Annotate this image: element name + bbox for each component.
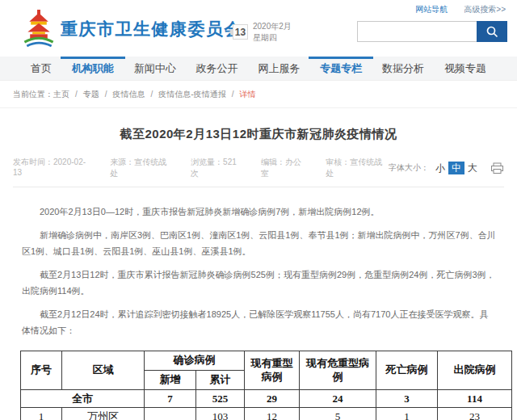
search-icon	[485, 25, 499, 39]
table-body: 全市7525292431141万州区1031251232黔江区22	[21, 390, 512, 420]
meta-item: 浏览量：521次	[191, 157, 243, 179]
table-header-cell: 区域	[62, 351, 145, 390]
meta-item: 来源：宣传统战处	[110, 157, 173, 179]
nav-item[interactable]: 视频专题	[444, 57, 486, 81]
table-cell: 全市	[21, 390, 145, 408]
table-cell: 万州区	[62, 408, 145, 420]
table-cell: 12	[245, 408, 300, 420]
table-cell: 525	[196, 390, 245, 408]
table-cell: 24	[300, 390, 376, 408]
article-meta-row: 发布时间：2020-02-13来源：宣传统战处浏览量：521次编辑：办公室审核：…	[13, 157, 504, 187]
article-content: 截至2020年2月13日12时重庆市新冠肺炎疫情情况 发布时间：2020-02-…	[0, 108, 517, 420]
nav-item[interactable]: 专题专栏	[320, 57, 362, 81]
table-header-cell: 新增	[145, 371, 196, 390]
breadcrumb-separator: /	[151, 90, 153, 99]
table-cell: 1	[21, 408, 62, 420]
date-month: 2020年2月	[253, 22, 292, 31]
breadcrumb-link[interactable]: 主页	[53, 90, 69, 99]
date-month-weekday: 2020年2月 星期四	[253, 21, 292, 43]
table-header-cell: 现有重型病例	[245, 351, 300, 390]
breadcrumb-separator: /	[105, 90, 107, 99]
article-paragraph: 新增确诊病例中，南岸区3例、巴南区1例、潼南区1例、云阳县1例、奉节县1例；新增…	[22, 227, 496, 259]
table-header-cell: 出院病例	[438, 351, 512, 390]
font-size-label: 字体大小：	[389, 162, 429, 174]
breadcrumb-prefix: 当前位置：	[13, 89, 53, 100]
table-header-row-1: 序号区域确诊病例现有重型病例现有危重型病例死亡病例出院病例	[21, 351, 512, 371]
search-button[interactable]	[477, 21, 507, 42]
breadcrumb-separator: /	[75, 90, 78, 99]
top-links: 网站导航高级搜索>>	[415, 4, 506, 15]
site-title: 重庆市卫生健康委员会	[61, 18, 242, 40]
breadcrumb-link[interactable]: 疫情信息	[113, 90, 145, 99]
breadcrumb-links: 主页/专题/疫情信息/疫情信息-疫情通报/	[53, 89, 239, 100]
table-cell: 1	[376, 408, 438, 420]
nav-item[interactable]: 机构职能	[72, 57, 114, 81]
nav-item[interactable]: 首页	[31, 57, 52, 81]
article-meta-items: 发布时间：2020-02-13来源：宣传统战处浏览量：521次编辑：办公室审核：…	[13, 157, 389, 179]
article-title: 截至2020年2月13日12时重庆市新冠肺炎疫情情况	[0, 126, 517, 142]
article-paragraphs: 2020年2月13日0—12时，重庆市报告新冠肺炎新增确诊病例7例，新增出院病例…	[22, 204, 496, 338]
font-size-option[interactable]: 大	[464, 162, 481, 174]
epidemic-data-table: 序号区域确诊病例现有重型病例现有危重型病例死亡病例出院病例新增累计 全市7525…	[20, 351, 512, 420]
font-size-option[interactable]: 中	[448, 162, 464, 174]
top-link-1[interactable]: 高级搜索>>	[464, 4, 506, 15]
article-paragraph: 截至2月12日24时，累计追踪到密切接触者18925人，已解除医学观察11755…	[22, 306, 496, 338]
search-box	[357, 21, 507, 42]
print-button[interactable]	[490, 162, 504, 174]
site-logo-link[interactable]: 重庆市卫生健康委员会	[23, 10, 242, 48]
font-size-widget: 字体大小： 小中大	[389, 162, 504, 175]
table-header-cell: 现有危重型病例	[300, 351, 376, 390]
top-link-0[interactable]: 网站导航	[415, 4, 448, 15]
printer-icon	[490, 162, 504, 174]
table-header-cell: 序号	[21, 351, 62, 390]
article-paragraph: 截至2月13日12时，重庆市累计报告新冠肺炎确诊病例525例；现有重型病例29例…	[22, 267, 496, 299]
nav-item[interactable]: 新闻中心	[134, 57, 176, 81]
table-cell	[145, 408, 196, 420]
table-header-cell: 累计	[196, 371, 245, 390]
table-header-cell: 确诊病例	[145, 351, 245, 371]
table-cell: 23	[438, 408, 512, 420]
table-row: 全市752529243114	[21, 390, 512, 408]
header-right: 网站导航高级搜索>>	[357, 4, 507, 42]
table-cell: 29	[245, 390, 300, 408]
table-cell: 114	[438, 390, 512, 408]
search-input[interactable]	[357, 21, 477, 42]
date-weekday: 星期四	[253, 33, 277, 42]
nav-item[interactable]: 政务公开	[196, 57, 238, 81]
meta-item: 编辑：办公室	[261, 157, 308, 179]
meta-item: 审核：宣传统战处	[326, 157, 389, 179]
font-size-options: 小中大	[432, 162, 481, 175]
table-cell: 7	[145, 390, 196, 408]
table-cell: 3	[376, 390, 438, 408]
breadcrumb-current: 详情	[239, 89, 255, 100]
table-cell: 5	[300, 408, 376, 420]
table-head: 序号区域确诊病例现有重型病例现有危重型病例死亡病例出院病例新增累计	[21, 351, 512, 390]
table-cell: 103	[196, 408, 245, 420]
breadcrumb-link[interactable]: 疫情信息-疫情通报	[158, 90, 225, 99]
site-header: 重庆市卫生健康委员会 13 2020年2月 星期四 网站导航高级搜索>>	[0, 0, 517, 57]
breadcrumb: 当前位置： 主页/专题/疫情信息/疫情信息-疫情通报/ 详情	[0, 81, 517, 108]
nav-item[interactable]: 数据分析	[382, 57, 424, 81]
breadcrumb-link[interactable]: 专题	[83, 90, 99, 99]
article-paragraph: 2020年2月13日0—12时，重庆市报告新冠肺炎新增确诊病例7例，新增出院病例…	[22, 204, 496, 220]
main-nav: 首页机构职能新闻中心政务公开网上服务专题专栏数据分析视频专题	[0, 57, 517, 81]
date-day-badge: 13	[233, 24, 248, 40]
chongqing-hall-logo-icon	[23, 10, 55, 48]
table-row: 1万州区103125123	[21, 408, 512, 420]
nav-item[interactable]: 网上服务	[258, 57, 300, 81]
breadcrumb-separator: /	[232, 90, 234, 99]
meta-item: 发布时间：2020-02-13	[13, 157, 92, 179]
date-display: 13 2020年2月 星期四	[229, 21, 292, 43]
font-size-option[interactable]: 小	[432, 162, 448, 174]
table-header-cell: 死亡病例	[376, 351, 438, 390]
